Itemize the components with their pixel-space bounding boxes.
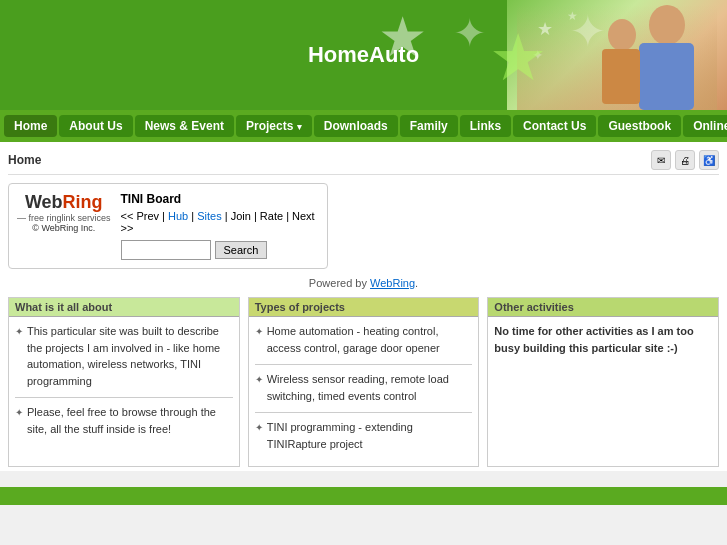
footer-bar: [0, 487, 727, 505]
accessibility-icon[interactable]: ♿: [699, 150, 719, 170]
powered-by: Powered by WebRing.: [8, 277, 719, 289]
col-what-header: What is it all about: [9, 298, 239, 317]
webring-logo-copy: © WebRing Inc.: [32, 223, 95, 233]
col3-text: No time for other activities as I am too…: [494, 325, 693, 354]
nav-home[interactable]: Home: [4, 115, 57, 137]
bullet-icon: ✦: [255, 372, 263, 387]
col-divider: [255, 412, 473, 413]
webring-join: Join: [231, 210, 254, 222]
webring-search: Search: [121, 240, 319, 260]
webring-search-input[interactable]: [121, 240, 211, 260]
nav-about[interactable]: About Us: [59, 115, 132, 137]
list-item: ✦ Please, feel free to browse through th…: [15, 404, 233, 437]
col-other-header: Other activities: [488, 298, 718, 317]
col-projects: Types of projects ✦ Home automation - he…: [248, 297, 480, 467]
webring-right: TINI Board << Prev | Hub | Sites | Join …: [121, 192, 319, 260]
col2-item3: TINI programming - extending TINIRapture…: [267, 419, 473, 452]
breadcrumb: Home: [8, 153, 41, 167]
webring-logo: WebRing — free ringlink services © WebRi…: [17, 192, 111, 233]
webring-sites-link[interactable]: Sites: [197, 210, 221, 222]
print-icon[interactable]: 🖨: [675, 150, 695, 170]
webring-title: TINI Board: [121, 192, 319, 206]
col-divider: [255, 364, 473, 365]
nav-downloads[interactable]: Downloads: [314, 115, 398, 137]
bullet-icon: ✦: [15, 324, 23, 339]
webring-logo-text: WebRing: [25, 192, 103, 213]
webring-rate: Rate: [260, 210, 286, 222]
webring-inner: WebRing — free ringlink services © WebRi…: [17, 192, 319, 260]
bullet-icon: ✦: [255, 324, 263, 339]
col-what-body: ✦ This particular site was built to desc…: [9, 317, 239, 451]
col-projects-header: Types of projects: [249, 298, 479, 317]
content-area: Home ✉ 🖨 ♿ WebRing — free ringlink servi…: [0, 142, 727, 471]
webring-search-button[interactable]: Search: [215, 241, 268, 259]
nav-links[interactable]: Links: [460, 115, 511, 137]
col-other: Other activities No time for other activ…: [487, 297, 719, 467]
toolbar-icons: ✉ 🖨 ♿: [651, 150, 719, 170]
webring-box: WebRing — free ringlink services © WebRi…: [8, 183, 328, 269]
col2-item2: Wireless sensor reading, remote load swi…: [267, 371, 473, 404]
nav-online-form[interactable]: Online Form: [683, 115, 727, 137]
col2-item1: Home automation - heating control, acces…: [267, 323, 473, 356]
nav-projects[interactable]: Projects ▾: [236, 115, 312, 137]
star-icon-3: ★: [489, 20, 547, 95]
ring-text: Ring: [63, 192, 103, 212]
bullet-icon: ✦: [255, 420, 263, 435]
list-item: ✦ Home automation - heating control, acc…: [255, 323, 473, 356]
col-divider: [15, 397, 233, 398]
webring-logo-sub: — free ringlink services: [17, 213, 111, 223]
webring-prev: << Prev: [121, 210, 160, 222]
star-icon-2: ✦: [453, 10, 487, 56]
email-icon[interactable]: ✉: [651, 150, 671, 170]
nav-guestbook[interactable]: Guestbook: [598, 115, 681, 137]
list-item: ✦ Wireless sensor reading, remote load s…: [255, 371, 473, 404]
dropdown-arrow-icon: ▾: [297, 122, 302, 132]
col1-item1: This particular site was built to descri…: [27, 323, 233, 389]
site-header: HomeAuto ★ ✦ ★ ✦ ★ ★ ✦: [0, 0, 727, 110]
webring-link[interactable]: WebRing: [370, 277, 415, 289]
webring-nav: << Prev | Hub | Sites | Join | Rate | Ne…: [121, 210, 319, 234]
list-item: ✦ TINI programming - extending TINIRaptu…: [255, 419, 473, 452]
nav-news[interactable]: News & Event: [135, 115, 234, 137]
info-columns: What is it all about ✦ This particular s…: [8, 297, 719, 467]
webring-hub-link[interactable]: Hub: [168, 210, 188, 222]
nav-family[interactable]: Family: [400, 115, 458, 137]
site-title: HomeAuto: [308, 42, 419, 68]
nav-contact[interactable]: Contact Us: [513, 115, 596, 137]
star-icon-4: ✦: [569, 5, 607, 58]
col-other-body: No time for other activities as I am too…: [488, 317, 718, 362]
main-nav: Home About Us News & Event Projects ▾ Do…: [0, 110, 727, 142]
breadcrumb-row: Home ✉ 🖨 ♿: [8, 146, 719, 175]
bullet-icon: ✦: [15, 405, 23, 420]
list-item: ✦ This particular site was built to desc…: [15, 323, 233, 389]
col-what: What is it all about ✦ This particular s…: [8, 297, 240, 467]
web-text: Web: [25, 192, 63, 212]
col1-item2: Please, feel free to browse through the …: [27, 404, 233, 437]
col-projects-body: ✦ Home automation - heating control, acc…: [249, 317, 479, 466]
